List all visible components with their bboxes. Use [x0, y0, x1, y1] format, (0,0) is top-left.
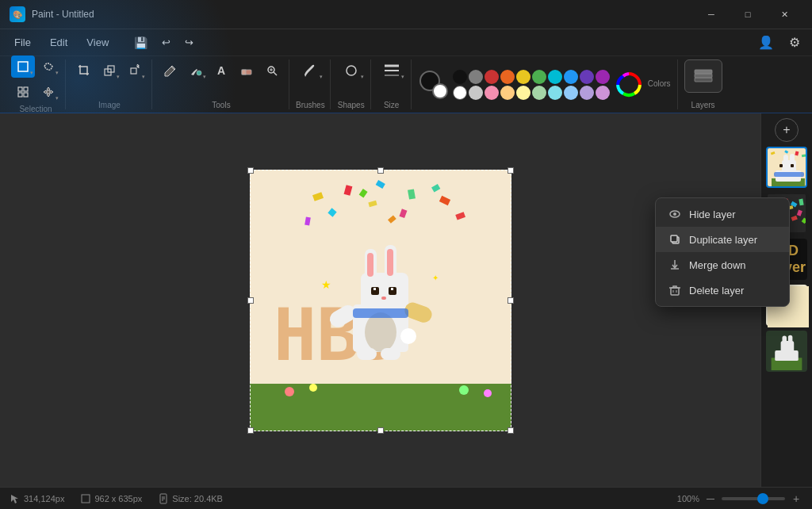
drawing-canvas[interactable]: HBD — [250, 170, 511, 431]
settings-button[interactable]: ⚙ — [783, 32, 806, 54]
hide-layer-label: Hide layer — [689, 209, 736, 220]
fill-tool[interactable]: ▾ — [184, 59, 208, 82]
color-swatch[interactable] — [485, 70, 499, 84]
menu-view[interactable]: View — [79, 33, 117, 52]
close-button[interactable]: ✕ — [766, 0, 802, 29]
layers-toolbar-group: Layers — [680, 59, 727, 109]
shapes-group: ▾ Shapes — [332, 59, 371, 109]
zoom-thumb[interactable] — [757, 493, 768, 504]
color-swatch[interactable] — [596, 70, 610, 84]
colors-label: Colors — [648, 79, 671, 88]
selection-option1[interactable] — [11, 81, 35, 103]
context-duplicate-layer[interactable]: Duplicate layer — [656, 227, 789, 252]
color-swatch[interactable] — [453, 70, 467, 84]
zoom-in-button[interactable]: + — [790, 492, 802, 505]
selection-option2[interactable]: ▾ — [36, 81, 60, 103]
svg-rect-94 — [671, 235, 677, 242]
svg-rect-18 — [695, 74, 712, 78]
save-icon-btn[interactable]: 💾 — [129, 33, 152, 52]
color-swatch[interactable] — [500, 70, 515, 84]
canvas-container: HBD — [250, 170, 511, 431]
context-delete-layer[interactable]: Delete layer — [656, 277, 789, 303]
resize-tool[interactable]: ▾ — [98, 59, 121, 82]
color-swatch[interactable] — [548, 86, 562, 100]
color-swatch[interactable] — [548, 70, 562, 84]
color-swatch[interactable] — [469, 70, 483, 84]
svg-point-8 — [197, 71, 201, 75]
svg-rect-7 — [131, 68, 136, 74]
svg-rect-40 — [367, 253, 373, 277]
zoom-slider[interactable] — [722, 497, 785, 500]
selection-rect-tool[interactable]: ▾ — [11, 55, 35, 78]
menu-file[interactable]: File — [6, 33, 39, 52]
color-swatch[interactable] — [532, 86, 546, 100]
colors-group: Colors — [413, 59, 678, 109]
account-button[interactable]: 👤 — [755, 32, 777, 54]
svg-rect-3 — [18, 93, 22, 97]
layer-item-5[interactable] — [766, 331, 807, 372]
color-swatch[interactable] — [516, 70, 530, 84]
color-swatch[interactable] — [580, 70, 594, 84]
context-hide-layer[interactable]: Hide layer — [656, 201, 789, 227]
context-menu: Hide layer Duplicate layer Merge down — [655, 197, 790, 307]
selection-freeform-tool[interactable]: ▾ — [36, 55, 60, 78]
color-wheel-button[interactable] — [615, 71, 643, 99]
svg-rect-4 — [24, 93, 28, 97]
svg-rect-44 — [373, 288, 376, 290]
svg-text:★: ★ — [321, 278, 331, 291]
color-swatch[interactable] — [596, 86, 610, 100]
svg-rect-19 — [695, 70, 712, 74]
size-label: Size — [384, 101, 399, 109]
svg-rect-68 — [774, 172, 804, 177]
layers-toolbar-button[interactable] — [684, 59, 722, 93]
add-layer-button[interactable]: + — [775, 118, 799, 142]
color-swatch[interactable] — [516, 86, 530, 100]
image-label: Image — [98, 101, 121, 109]
redo-button[interactable]: ↪ — [178, 33, 200, 52]
selection-group: ▾ ▾ ▾ Selection — [6, 59, 66, 109]
menu-edit[interactable]: Edit — [42, 33, 75, 52]
svg-rect-65 — [790, 154, 795, 166]
svg-rect-88 — [775, 350, 799, 361]
color-swatch[interactable] — [532, 70, 546, 84]
color-swatch[interactable] — [469, 86, 483, 100]
zoom-out-button[interactable]: ─ — [704, 492, 717, 505]
context-merge-down[interactable]: Merge down — [656, 252, 789, 277]
shape-tool[interactable]: ▾ — [337, 59, 366, 82]
svg-rect-41 — [387, 249, 393, 276]
merge-icon — [668, 258, 681, 271]
color-swatch[interactable] — [500, 86, 515, 100]
pencil-tool[interactable] — [159, 59, 182, 82]
svg-rect-66 — [779, 164, 783, 167]
color-swatch[interactable] — [453, 86, 467, 100]
color-swatch[interactable] — [485, 86, 499, 100]
layer-item-1[interactable] — [766, 147, 807, 188]
brush-tool[interactable]: ▾ — [296, 59, 324, 82]
maximize-button[interactable]: □ — [730, 0, 766, 29]
undo-button[interactable]: ↩ — [155, 33, 177, 52]
color-swatch[interactable] — [564, 86, 578, 100]
crop-tool[interactable] — [72, 59, 96, 82]
eraser-tool[interactable] — [235, 59, 259, 82]
svg-rect-64 — [783, 155, 788, 166]
menubar: File Edit View 💾 ↩ ↪ 👤 ⚙ — [0, 29, 812, 55]
text-tool[interactable]: A — [209, 59, 233, 82]
zoom-percent: 100% — [677, 494, 699, 503]
svg-rect-96 — [671, 288, 679, 295]
zoom-tool[interactable] — [260, 59, 284, 82]
svg-point-12 — [347, 66, 356, 75]
svg-rect-67 — [791, 164, 794, 167]
brushes-label: Brushes — [296, 101, 325, 109]
canvas-area[interactable]: HBD — [0, 113, 760, 487]
app-icon: 🎨 — [10, 6, 25, 22]
svg-text:✦: ✦ — [432, 274, 439, 282]
color-swatch[interactable] — [564, 70, 578, 84]
color-swatch[interactable] — [580, 86, 594, 100]
secondary-color[interactable] — [432, 83, 448, 99]
svg-rect-51 — [357, 348, 377, 360]
minimize-button[interactable]: ─ — [693, 0, 730, 29]
merge-down-label: Merge down — [689, 259, 746, 271]
rotate-tool[interactable]: ▾ — [123, 59, 147, 82]
size-tool[interactable]: ▾ — [377, 59, 406, 82]
selection-label: Selection — [19, 105, 52, 113]
